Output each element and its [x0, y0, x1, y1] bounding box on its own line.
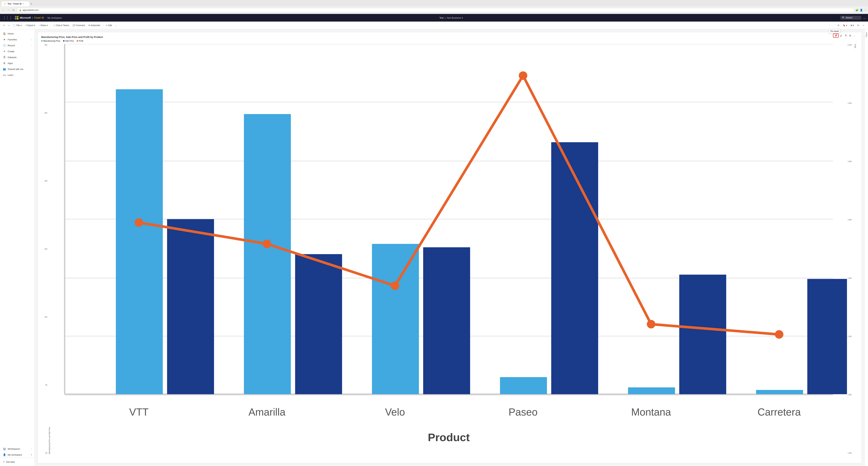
- sidebar-item-favorites[interactable]: ★ Favorites ›: [0, 36, 35, 42]
- sidebar-item-learn[interactable]: 📖 Learn: [0, 72, 35, 78]
- search-box[interactable]: 🔍 Search: [840, 16, 861, 20]
- sidebar-item-apps[interactable]: ⊞ Apps: [0, 60, 35, 66]
- refresh-report-button[interactable]: ↻: [856, 24, 861, 27]
- chat-teams-button[interactable]: ⬡ Chat in Teams: [52, 24, 70, 27]
- legend-dot-mfg: [41, 40, 42, 41]
- apps-icon: ⊞: [3, 62, 6, 65]
- share-button[interactable]: ↑ Share ▾: [37, 24, 49, 27]
- view-button[interactable]: ⊞ ▾: [849, 24, 855, 27]
- ms-logo-red: [15, 16, 17, 18]
- legend-dot-sale: [63, 40, 64, 41]
- sensitivity-label[interactable]: Non-Business ▾: [447, 17, 463, 19]
- edit-button[interactable]: ✏ Edit: [104, 24, 113, 27]
- chat-teams-label: Chat in Teams: [56, 24, 69, 27]
- datasets-label: Datasets: [8, 56, 17, 59]
- get-data-button[interactable]: ↗ Get data: [0, 459, 35, 465]
- focus-mode-button[interactable]: ⊞: [848, 34, 852, 37]
- clock-icon: 🕐: [3, 44, 6, 47]
- y-left-label-text: Manufacturing Price and Sale Price: [49, 427, 51, 454]
- sidebar-item-recent[interactable]: 🕐 Recent ›: [0, 42, 35, 48]
- sidebar-item-datasets[interactable]: 🗄 Datasets: [0, 54, 35, 60]
- learn-label: Learn: [8, 74, 13, 76]
- collapse-nav-button[interactable]: ≡: [2, 23, 6, 27]
- teams-icon: ⬡: [53, 24, 55, 27]
- recent-left: 🕐 Recent: [3, 44, 15, 47]
- extensions-icon[interactable]: 🧩: [856, 9, 859, 11]
- tab-title: Test - Power BI: [7, 3, 22, 5]
- waffle-menu-icon[interactable]: ⋮⋮⋮: [2, 15, 13, 20]
- toolbar-separator-2: [103, 24, 103, 27]
- pin-visual-button[interactable]: 📌: [833, 34, 839, 37]
- profit-dot-vtt: [134, 218, 143, 227]
- tab-close-button[interactable]: ×: [23, 3, 24, 5]
- more-toolbar-button[interactable]: ...: [114, 24, 119, 27]
- workspace-label[interactable]: My workspace: [48, 17, 62, 19]
- export-button[interactable]: ↗ Export ▾: [24, 24, 37, 27]
- visual-toolbar: 📌 🖌 ⚗ ⊞ ...: [833, 34, 856, 37]
- subscribe-button[interactable]: ✉ Subscribe: [87, 24, 101, 27]
- ms-logo-blue: [15, 18, 17, 20]
- toolbar: ≡ » 📄 File ▾ ↗ Export ▾ ↑ Share ▾ ⬡ Chat…: [0, 22, 868, 29]
- recent-label: Recent: [8, 44, 15, 47]
- apps-left: ⊞ Apps: [3, 62, 13, 65]
- topbar-more-button[interactable]: ...: [863, 16, 866, 20]
- home-label: Home: [8, 32, 14, 35]
- bar-paseo-sale: [551, 142, 598, 394]
- x-label-vtt: VTT: [129, 406, 149, 418]
- active-tab[interactable]: ⚡ Test - Power BI ×: [1, 1, 29, 6]
- new-tab-button[interactable]: +: [29, 2, 34, 6]
- sidebar-item-create[interactable]: + Create: [0, 48, 35, 54]
- export-chevron-icon: ▾: [34, 24, 35, 27]
- create-label: Create: [8, 50, 14, 53]
- filter-visual-button[interactable]: ⚗: [844, 34, 848, 37]
- file-icon: 📄: [13, 24, 16, 27]
- file-chevron-icon: ▾: [21, 24, 22, 27]
- legend-item-sale: Sale Price: [63, 40, 74, 42]
- favorites-chevron-icon: ›: [31, 39, 32, 40]
- bar-carretera-sale: [807, 279, 847, 394]
- favorite-button[interactable]: ☆: [861, 24, 866, 27]
- chart-legend: Manufacturing Price Sale Price Profit: [41, 40, 856, 42]
- sidebar-item-shared[interactable]: 👥 Shared with me: [0, 66, 35, 72]
- url-bar[interactable]: 🔒 app.powerbi.com: [17, 8, 854, 12]
- topbar-center: Test | Non-Business ▾: [64, 17, 838, 19]
- visual-more-button[interactable]: ...: [852, 34, 856, 37]
- bar-vtt-mfg: [116, 89, 163, 394]
- y-tick-20k: 20K: [44, 180, 48, 182]
- y-tick-0k: 0K: [45, 452, 48, 454]
- bar-paseo-mfg: [500, 377, 547, 394]
- edit-label: Edit: [108, 24, 112, 27]
- expand-button[interactable]: »: [7, 23, 11, 27]
- powerbi-favicon: ⚡: [3, 3, 6, 5]
- y-right-2m: 2.0M: [848, 394, 851, 396]
- comment-button[interactable]: 💬 Comment: [71, 24, 86, 27]
- file-button[interactable]: 📄 File ▾: [12, 24, 23, 27]
- bookmark-button[interactable]: 🔖 ▾: [841, 24, 848, 27]
- format-visual-button[interactable]: 🖌: [839, 34, 843, 37]
- profile-icon[interactable]: 👤: [860, 9, 863, 11]
- legend-label-mfg: Manufacturing Price: [43, 40, 60, 42]
- reset-button[interactable]: ↺: [836, 24, 841, 27]
- ms-logo-yellow: [17, 18, 19, 20]
- report-canvas: 📌 🖌 ⚗ ⊞ ... Manufacturing Price, Sale Pr…: [37, 32, 862, 463]
- back-button[interactable]: ←: [1, 8, 5, 12]
- legend-label-sale: Sale Price: [65, 40, 74, 42]
- forward-button[interactable]: →: [7, 8, 10, 12]
- favorites-label: Favorites: [8, 38, 17, 41]
- sidebar-item-my-workspace[interactable]: 👤 My workspace ▾: [0, 452, 35, 458]
- report-title-bar: Test | Non-Business ▾: [439, 17, 463, 19]
- brand-name: Microsoft: [20, 16, 31, 19]
- more-options-icon[interactable]: ⋮: [864, 9, 867, 11]
- datasets-left: 🗄 Datasets: [3, 56, 17, 59]
- create-left: + Create: [3, 50, 14, 53]
- get-data-label: Get data: [6, 461, 15, 463]
- topbar: ⋮⋮⋮ Microsoft | Power BI My workspace Te…: [0, 14, 868, 22]
- refresh-button[interactable]: ↻: [12, 8, 15, 12]
- microsoft-logo: [15, 16, 19, 20]
- get-data-icon: ↗: [3, 461, 5, 463]
- sidebar-item-workspaces[interactable]: 🏢 Workspaces ›: [0, 446, 35, 452]
- sidebar-item-home[interactable]: 🏠 Home: [0, 31, 35, 36]
- filters-panel[interactable]: Filters: [865, 29, 868, 466]
- profit-dot-paseo: [519, 71, 527, 80]
- comment-icon: 💬: [73, 24, 75, 27]
